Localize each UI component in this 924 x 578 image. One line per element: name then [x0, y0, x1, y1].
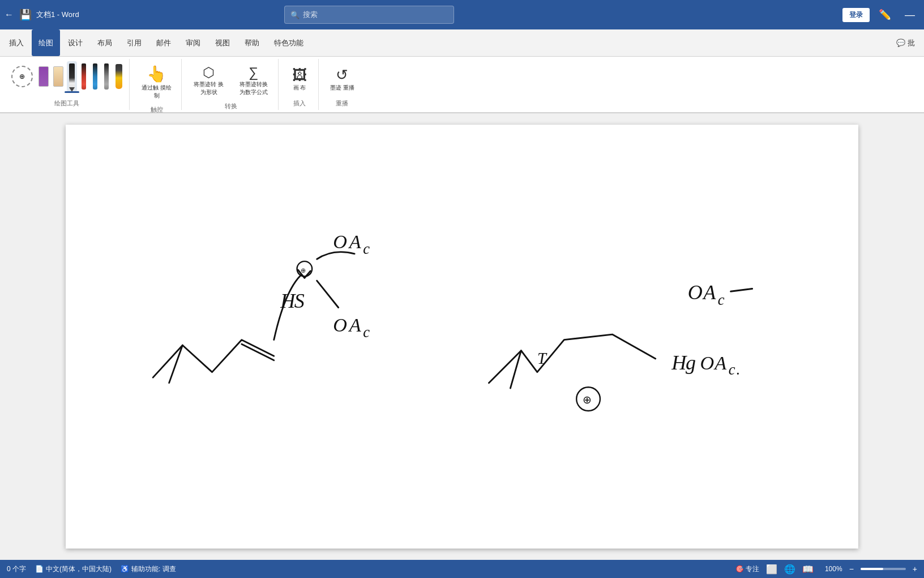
ink-replay-icon: ↺	[336, 66, 348, 84]
drawing-svg[interactable]: H S ⊕ O A c O A c	[66, 125, 858, 549]
drawing-toolbar: ⊕	[0, 57, 924, 113]
comment-icon: 💬	[896, 39, 905, 47]
minimize-button[interactable]: —	[900, 9, 919, 21]
search-icon: 🔍	[290, 11, 300, 19]
ink-replay-label: 墨迹 重播	[330, 84, 354, 92]
yellow-highlighter-tool[interactable]	[113, 62, 125, 91]
svg-text:A: A	[348, 231, 361, 252]
canvas-area[interactable]: H S ⊕ O A c O A c	[0, 113, 924, 560]
insert-section: 🖼 画 布 插入	[281, 59, 319, 110]
replay-label: 重播	[336, 99, 348, 110]
comment-button[interactable]: 💬 批	[889, 35, 922, 52]
drawing-tools-label: 绘图工具	[54, 99, 79, 110]
svg-text:c: c	[363, 240, 370, 257]
svg-text:T: T	[537, 350, 547, 367]
zoom-in-button[interactable]: +	[913, 564, 917, 573]
svg-text:O: O	[333, 231, 347, 252]
svg-text:A: A	[348, 314, 361, 335]
convert-section: ⬡ 将墨迹转 换为形状 ∑ 将墨迹转换 为数字公式 转换	[184, 59, 279, 110]
svg-text:c: c	[718, 291, 725, 308]
color-swatch-purple[interactable]	[38, 66, 49, 87]
red-pen-tool[interactable]	[79, 61, 88, 92]
login-button[interactable]: 登录	[842, 8, 870, 22]
comment-label: 批	[908, 38, 915, 48]
zoom-level: 100%	[825, 565, 842, 573]
pencil-tool[interactable]	[67, 61, 77, 92]
tab-layout[interactable]: 布局	[91, 29, 119, 56]
svg-text:O: O	[333, 314, 347, 335]
tab-help[interactable]: 帮助	[238, 29, 266, 56]
page-icon: 📄	[35, 565, 44, 573]
read-mode-button[interactable]: 📖	[802, 564, 814, 575]
tab-insert[interactable]: 插入	[2, 29, 31, 56]
canvas-label: 画 布	[293, 84, 306, 92]
print-layout-button[interactable]: ⬜	[766, 564, 777, 575]
svg-text:⊕: ⊕	[583, 394, 592, 406]
ink-to-shape-label: 将墨迹转 换为形状	[193, 80, 224, 96]
svg-text:c: c	[729, 361, 735, 378]
svg-text:H: H	[671, 351, 687, 374]
search-box[interactable]: 🔍 搜索	[284, 6, 454, 24]
focus-icon: 🎯	[735, 565, 744, 573]
tab-references[interactable]: 引用	[120, 29, 148, 56]
svg-text:c: c	[363, 324, 370, 341]
color-swatch-beige[interactable]	[53, 66, 63, 87]
tab-mail[interactable]: 邮件	[149, 29, 178, 56]
svg-text:A: A	[702, 282, 716, 304]
ribbon-tabs: 插入 绘图 设计 布局 引用 邮件 审阅 视图 帮助 特色功能 💬 批	[0, 29, 924, 57]
touch-label: 触控	[151, 105, 163, 116]
svg-text:O: O	[688, 282, 703, 304]
back-button[interactable]: ←	[5, 10, 14, 20]
blue-pen-tool[interactable]	[91, 61, 100, 92]
insert-label: 插入	[293, 99, 306, 110]
zoom-out-button[interactable]: −	[849, 564, 854, 573]
language-indicator[interactable]: 📄 中文(简体，中国大陆)	[35, 564, 112, 574]
web-layout-button[interactable]: 🌐	[784, 564, 795, 575]
ink-to-math-label: 将墨迹转换 为数字公式	[238, 80, 269, 96]
ink-to-shape-button[interactable]: ⬡ 将墨迹转 换为形状	[189, 61, 229, 100]
ink-to-shape-icon: ⬡	[203, 65, 215, 80]
svg-text:g: g	[686, 351, 696, 374]
tab-view[interactable]: 视图	[208, 29, 237, 56]
touch-draw-icon: 👆	[147, 65, 166, 84]
tab-review[interactable]: 审阅	[179, 29, 207, 56]
canvas-icon: 🖼	[292, 66, 307, 84]
svg-text:H: H	[280, 290, 296, 312]
zoom-slider[interactable]	[861, 568, 906, 570]
tab-design[interactable]: 设计	[61, 29, 89, 56]
touch-draw-label: 通过触 摸绘制	[141, 84, 172, 100]
status-bar: 0 个字 📄 中文(简体，中国大陆) ♿ 辅助功能: 调查 🎯 专注 ⬜ 🌐 📖…	[0, 560, 924, 578]
accessibility-icon: ♿	[121, 565, 129, 573]
lasso-tool[interactable]: ⊕	[9, 63, 35, 90]
ink-to-math-button[interactable]: ∑ 将墨迹转换 为数字公式	[233, 61, 273, 100]
svg-text:A: A	[713, 352, 726, 373]
word-count: 0 个字	[7, 564, 26, 574]
save-icon[interactable]: 💾	[19, 8, 32, 21]
svg-text:O: O	[700, 352, 715, 373]
touch-section: 👆 通过触 摸绘制 触控	[132, 59, 182, 110]
replay-section: ↺ 墨迹 重播 重播	[321, 59, 363, 110]
document-page[interactable]: H S ⊕ O A c O A c	[66, 125, 858, 549]
svg-text:S: S	[294, 290, 305, 312]
svg-text:.: .	[736, 361, 740, 378]
tab-special[interactable]: 特色功能	[267, 29, 310, 56]
document-title: 文档1 - Word	[36, 10, 79, 20]
pen-edit-icon[interactable]: ✏️	[879, 8, 891, 21]
svg-text:⊕: ⊕	[301, 267, 306, 274]
focus-mode-button[interactable]: 🎯 专注	[735, 564, 759, 574]
title-bar: ← 💾 文档1 - Word 🔍 搜索 登录 ✏️ —	[0, 0, 924, 29]
ink-replay-button[interactable]: ↺ 墨迹 重播	[326, 63, 359, 95]
tab-draw[interactable]: 绘图	[32, 29, 60, 56]
search-placeholder: 搜索	[303, 10, 318, 20]
ink-to-math-icon: ∑	[249, 65, 258, 80]
convert-label: 转换	[225, 102, 237, 113]
gray-marker-tool[interactable]	[102, 61, 111, 92]
canvas-button[interactable]: 🖼 画 布	[285, 63, 314, 95]
accessibility-status[interactable]: ♿ 辅助功能: 调查	[121, 564, 176, 574]
drawing-tools-section: ⊕	[5, 59, 130, 110]
touch-draw-button[interactable]: 👆 通过触 摸绘制	[136, 61, 177, 103]
